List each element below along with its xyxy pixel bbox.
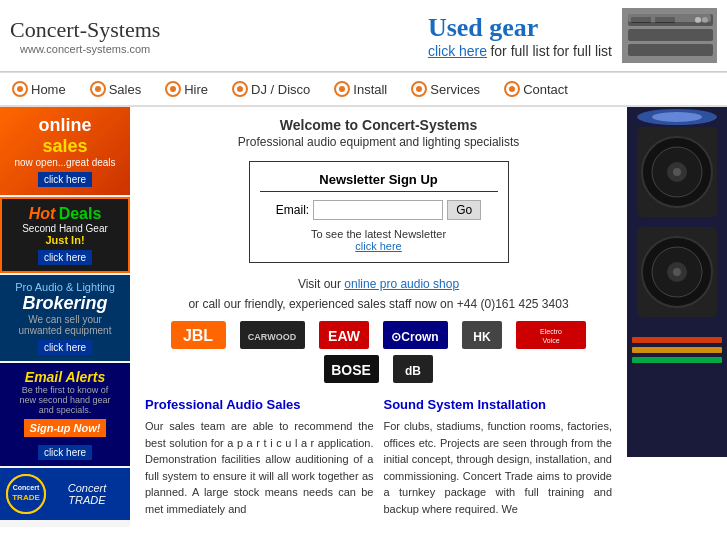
speaker-image-panel bbox=[627, 107, 727, 527]
svg-text:dB: dB bbox=[405, 364, 421, 378]
email-alerts-click-here[interactable]: click here bbox=[38, 445, 92, 460]
svg-rect-5 bbox=[655, 17, 675, 23]
svg-rect-4 bbox=[631, 17, 651, 23]
used-gear-link[interactable]: click here bbox=[428, 43, 487, 59]
svg-rect-41 bbox=[632, 337, 722, 343]
sales-label: sales bbox=[8, 136, 122, 157]
svg-text:BOSE: BOSE bbox=[331, 362, 371, 378]
nav-install[interactable]: Install bbox=[322, 77, 399, 101]
company-name: Concert-Systems bbox=[10, 17, 160, 43]
nav-services-icon bbox=[411, 81, 427, 97]
nav-sales[interactable]: Sales bbox=[78, 77, 154, 101]
deals-label: Deals bbox=[59, 205, 102, 222]
svg-point-7 bbox=[702, 17, 708, 23]
hot-label: Hot bbox=[29, 205, 56, 222]
nav-hire[interactable]: Hire bbox=[153, 77, 220, 101]
concert-trade-text: Concert TRADE bbox=[50, 482, 124, 506]
brand-logo-crown[interactable]: ⊙Crown bbox=[379, 321, 452, 349]
online-pro-audio-shop-link[interactable]: online pro audio shop bbox=[344, 277, 459, 291]
svg-text:Electro: Electro bbox=[540, 328, 562, 335]
full-list-text: for full list bbox=[553, 43, 612, 59]
sound-system-body: For clubs, stadiums, function rooms, fac… bbox=[384, 418, 613, 517]
nav-sales-label: Sales bbox=[109, 82, 142, 97]
go-button[interactable]: Go bbox=[447, 200, 481, 220]
brand-logo-jbl[interactable]: JBL bbox=[167, 321, 230, 349]
hot-deals-click-here[interactable]: click here bbox=[38, 250, 92, 265]
gear-image bbox=[622, 8, 717, 63]
header-used-gear: Used gear click here for full list for f… bbox=[428, 8, 717, 63]
hot-deals-sub2: Just In! bbox=[8, 234, 122, 246]
nav-home[interactable]: Home bbox=[0, 77, 78, 101]
sidebar: online sales now open...great deals clic… bbox=[0, 107, 130, 527]
email-alerts-sub2: new second hand gear bbox=[6, 395, 124, 405]
online-sales-sub: now open...great deals bbox=[8, 157, 122, 168]
svg-text:HK: HK bbox=[473, 330, 491, 344]
brand-logo-carwood[interactable]: CARWOOD bbox=[236, 321, 309, 349]
pro-audio-sub: We can sell your bbox=[6, 314, 124, 325]
brand-logo-hk[interactable]: HK bbox=[458, 321, 506, 349]
pro-audio-sales-col: Professional Audio Sales Our sales team … bbox=[145, 397, 374, 517]
nav-services-label: Services bbox=[430, 82, 480, 97]
brand-logo-electrovoice[interactable]: Electro Voice bbox=[512, 321, 590, 349]
svg-text:EAW: EAW bbox=[328, 328, 361, 344]
company-url: www.concert-systems.com bbox=[10, 43, 160, 55]
full-list-label: for full list bbox=[490, 43, 549, 59]
online-sales-click-here[interactable]: click here bbox=[38, 172, 92, 187]
newsletter-see-latest: To see the latest Newsletter click here bbox=[260, 228, 498, 252]
online-label: online bbox=[8, 115, 122, 136]
email-alerts-sub3: and specials. bbox=[6, 405, 124, 415]
nav-hire-icon bbox=[165, 81, 181, 97]
email-input[interactable] bbox=[313, 200, 443, 220]
brokering-label: Brokering bbox=[6, 293, 124, 314]
svg-text:Voice: Voice bbox=[542, 337, 559, 344]
nav-contact-label: Contact bbox=[523, 82, 568, 97]
nav-dj-disco[interactable]: DJ / Disco bbox=[220, 77, 322, 101]
nav-install-icon bbox=[334, 81, 350, 97]
brand-logo-eaw[interactable]: EAW bbox=[315, 321, 373, 349]
sound-system-col: Sound System Installation For clubs, sta… bbox=[384, 397, 613, 517]
email-label: Email: bbox=[276, 203, 309, 217]
svg-rect-42 bbox=[632, 347, 722, 353]
brand-logo-db[interactable]: dB bbox=[389, 355, 437, 383]
svg-point-33 bbox=[673, 168, 681, 176]
main-content: Welcome to Concert-Systems Professional … bbox=[130, 107, 627, 527]
email-alerts-sub1: Be the first to know of bbox=[6, 385, 124, 395]
concert-trade-block[interactable]: Concert TRADE Concert TRADE bbox=[0, 468, 130, 520]
svg-rect-1 bbox=[628, 14, 713, 26]
concert-trade-logo: Concert TRADE bbox=[6, 474, 46, 514]
pro-audio-sales-title: Professional Audio Sales bbox=[145, 397, 374, 412]
svg-text:TRADE: TRADE bbox=[12, 493, 40, 502]
pro-audio-sub2: unwanted equipment bbox=[6, 325, 124, 336]
online-sales-block: online sales now open...great deals clic… bbox=[0, 107, 130, 195]
hot-deals-sub: Second Hand Gear bbox=[8, 223, 122, 234]
nav-services[interactable]: Services bbox=[399, 77, 492, 101]
brands-row: JBL CARWOOD EAW ⊙Crown bbox=[145, 321, 612, 383]
email-alerts-signup[interactable]: Sign-up Now! bbox=[24, 419, 107, 437]
nav-contact-icon bbox=[504, 81, 520, 97]
nav-home-label: Home bbox=[31, 82, 66, 97]
nav-dj-icon bbox=[232, 81, 248, 97]
navigation-bar: Home Sales Hire DJ / Disco Install Servi… bbox=[0, 72, 727, 107]
pro-audio-title: Pro Audio & Lighting bbox=[6, 281, 124, 293]
header-branding: Concert-Systems www.concert-systems.com bbox=[10, 17, 160, 55]
svg-text:JBL: JBL bbox=[183, 327, 213, 344]
newsletter-box: Newsletter Sign Up Email: Go To see the … bbox=[249, 161, 509, 263]
newsletter-title: Newsletter Sign Up bbox=[260, 172, 498, 192]
svg-rect-2 bbox=[628, 29, 713, 41]
hot-deals-block: Hot Deals Second Hand Gear Just In! clic… bbox=[0, 197, 130, 273]
newsletter-form: Email: Go bbox=[260, 200, 498, 220]
welcome-title: Welcome to Concert-Systems bbox=[145, 117, 612, 133]
svg-rect-3 bbox=[628, 44, 713, 56]
brand-logo-bose[interactable]: BOSE bbox=[320, 355, 383, 383]
nav-contact[interactable]: Contact bbox=[492, 77, 580, 101]
main-layout: online sales now open...great deals clic… bbox=[0, 107, 727, 527]
header: Concert-Systems www.concert-systems.com … bbox=[0, 0, 727, 72]
newsletter-click-here[interactable]: click here bbox=[355, 240, 401, 252]
sound-system-title: Sound System Installation bbox=[384, 397, 613, 412]
nav-dj-label: DJ / Disco bbox=[251, 82, 310, 97]
svg-rect-43 bbox=[632, 357, 722, 363]
svg-text:CARWOOD: CARWOOD bbox=[248, 332, 297, 342]
pro-audio-click-here[interactable]: click here bbox=[38, 340, 92, 355]
nav-sales-icon bbox=[90, 81, 106, 97]
svg-point-40 bbox=[652, 112, 702, 122]
